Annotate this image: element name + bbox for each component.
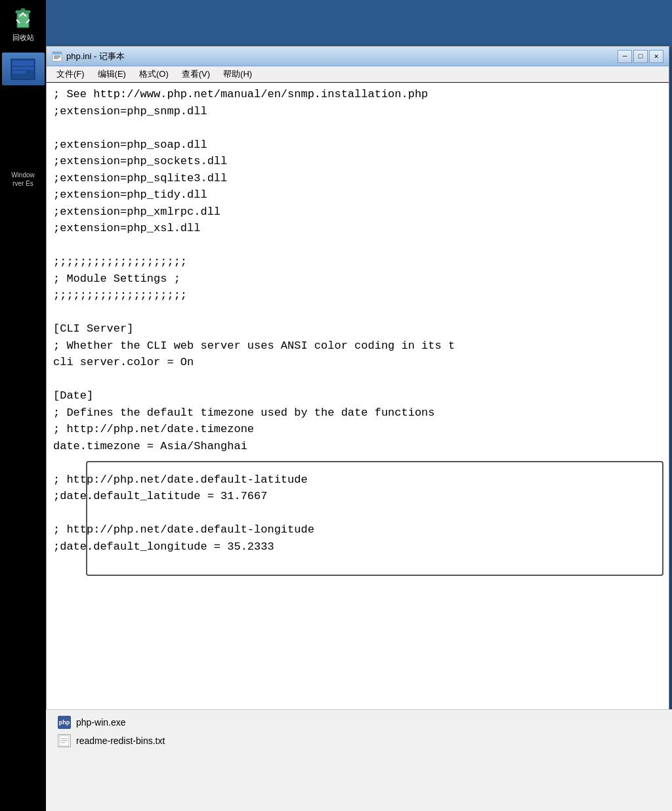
svg-rect-4 [12, 60, 33, 66]
txt-icon [58, 734, 71, 747]
svg-rect-2 [21, 9, 25, 11]
minimize-button[interactable]: ─ [618, 50, 632, 63]
list-item[interactable]: php php-win.exe [52, 713, 665, 732]
file-name-2: readme-redist-bins.txt [76, 735, 165, 746]
menu-bar: 文件(F) 编辑(E) 格式(O) 查看(V) 帮助(H) [47, 66, 669, 83]
list-item[interactable]: readme-redist-bins.txt [52, 732, 665, 750]
taskbar-left: 回收站 Windowrver Es [0, 0, 46, 811]
desktop: 回收站 Windowrver Es [0, 0, 672, 811]
maximize-button[interactable]: □ [633, 50, 648, 63]
code-text: ; See http://www.php.net/manual/en/snmp.… [47, 83, 669, 558]
file-list: php php-win.exe readme-redist-bins.txt [46, 710, 672, 753]
sidebar-item-blue [2, 53, 45, 85]
menu-view[interactable]: 查看(V) [175, 66, 217, 82]
menu-format[interactable]: 格式(O) [133, 66, 175, 82]
menu-help[interactable]: 帮助(H) [217, 66, 259, 82]
svg-rect-5 [12, 67, 33, 70]
file-name-1: php-win.exe [76, 717, 126, 728]
menu-edit[interactable]: 编辑(E) [91, 66, 133, 82]
menu-file[interactable]: 文件(F) [50, 66, 91, 82]
notepad-window: php.ini - 记事本 ─ □ ✕ 文件(F) 编辑(E) 格式(O) 查看… [46, 46, 669, 768]
recycle-bin-icon [10, 7, 35, 32]
sidebar-label-text: Windowrver Es [11, 171, 35, 187]
title-bar: php.ini - 记事本 ─ □ ✕ [47, 47, 669, 66]
window-title: php.ini - 记事本 [66, 51, 618, 62]
svg-rect-8 [52, 52, 62, 55]
php-icon: php [58, 716, 71, 729]
svg-rect-1 [17, 13, 29, 28]
notepad-icon [52, 51, 62, 62]
recycle-bin[interactable]: 回收站 [7, 7, 39, 46]
taskbar-bottom: php php-win.exe readme-redist-bins.txt [46, 709, 672, 811]
sidebar-label: Windowrver Es [0, 171, 46, 188]
content-area[interactable]: ; See http://www.php.net/manual/en/snmp.… [47, 83, 669, 757]
close-button[interactable]: ✕ [649, 50, 663, 63]
window-controls: ─ □ ✕ [618, 50, 663, 63]
recycle-bin-label: 回收站 [12, 33, 34, 43]
svg-rect-6 [12, 71, 26, 74]
